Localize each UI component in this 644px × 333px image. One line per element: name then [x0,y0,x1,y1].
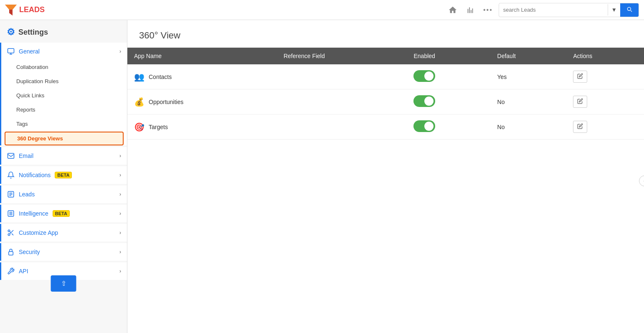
contacts-app-name-content: 👥 Contacts [134,72,270,82]
customize-app-chevron-icon: › [119,230,121,236]
security-label: Security [19,249,40,255]
general-chevron-icon: › [119,48,121,54]
table-row: 💰 Opportunities No [127,89,644,114]
contacts-default-cell: Yes [491,64,567,89]
opportunities-icon: 💰 [134,97,145,107]
targets-app-name-cell: 🎯 Targets [127,114,277,140]
search-container: ▼ [499,3,639,17]
edit-icon [577,73,583,79]
opportunities-reference-field [277,89,407,114]
search-input[interactable] [499,4,608,15]
main-content: 360° View App Name Reference Field Enabl… [127,20,644,333]
targets-toggle[interactable] [413,120,435,132]
svg-rect-3 [8,48,14,53]
api-section-left: API [7,267,28,275]
security-section-left: Security [7,248,40,256]
intelligence-label: Intelligence [19,210,48,217]
sidebar-item-tags[interactable]: Tags [1,117,127,131]
general-section-left: General [7,48,40,55]
api-label: API [19,268,28,275]
sidebar-section-email: Email › [0,147,127,165]
home-icon [448,5,457,15]
svg-point-8 [8,234,10,236]
search-go-button[interactable] [620,3,639,17]
home-button[interactable] [446,3,460,17]
notifications-label: Notifications [19,172,51,178]
svg-rect-4 [8,153,14,158]
email-section-header[interactable]: Email › [1,147,127,165]
security-section-header[interactable]: Security › [1,243,127,261]
opportunities-enabled-cell [407,89,490,114]
settings-title: Settings [18,28,48,37]
intelligence-section-left: Intelligence BETA [7,210,70,217]
app-logo: LEADS [5,5,45,15]
opportunities-default-cell: No [491,89,567,114]
settings-header: ⚙ Settings [0,20,127,43]
sidebar-item-collaboration[interactable]: Collaboration [1,60,127,74]
targets-actions-cell [566,114,644,140]
svg-marker-1 [5,5,17,10]
contacts-icon: 👥 [134,72,145,82]
email-chevron-icon: › [119,153,121,159]
opportunities-toggle[interactable] [413,95,435,107]
leads-label: Leads [19,191,35,198]
search-dropdown-button[interactable]: ▼ [608,4,620,15]
col-enabled: Enabled [407,48,490,64]
chart-button[interactable] [463,3,477,17]
email-section-left: Email [7,152,33,160]
more-dots-icon: ••• [483,6,493,14]
notifications-beta-badge: BETA [55,172,72,178]
targets-reference-field [277,114,407,140]
lock-icon [7,248,15,256]
sidebar-item-360-degree-views[interactable]: 360 Degree Views [5,132,124,145]
sidebar-item-quick-links[interactable]: Quick Links [1,89,127,102]
table-header-row: App Name Reference Field Enabled Default… [127,48,644,64]
intelligence-section-header[interactable]: Intelligence BETA › [1,205,127,222]
top-navigation: LEADS ••• ▼ [0,0,644,20]
general-section-header[interactable]: General › [1,43,127,60]
search-icon [626,6,633,13]
svg-marker-2 [9,10,13,15]
email-label: Email [19,153,33,159]
scroll-to-top-area: ⇧ [0,281,127,296]
scissors-icon [7,229,15,236]
customize-app-section-header[interactable]: Customize App › [1,224,127,241]
targets-icon: 🎯 [134,122,145,132]
table-row: 🎯 Targets No [127,114,644,140]
notifications-section-left: Notifications BETA [7,171,72,179]
col-actions: Actions [566,48,644,64]
intelligence-icon [7,210,15,217]
contacts-toggle-slider [413,70,435,82]
col-default: Default [491,48,567,64]
sidebar-item-reports[interactable]: Reports [1,103,127,117]
opportunities-label: Opportunities [149,99,183,105]
customize-app-section-left: Customize App [7,229,58,236]
opportunities-edit-button[interactable] [573,96,587,108]
security-chevron-icon: › [119,249,121,255]
wrench-icon [7,267,15,275]
contacts-actions-cell [566,64,644,89]
opportunities-app-name-cell: 💰 Opportunities [127,89,277,114]
opportunities-actions-cell [566,89,644,114]
col-app-name: App Name [127,48,277,64]
notifications-section-header[interactable]: Notifications BETA › [1,166,127,184]
edit-icon [577,123,583,129]
targets-label: Targets [149,124,168,130]
api-chevron-icon: › [119,268,121,274]
contacts-label: Contacts [149,74,172,80]
leads-section-header[interactable]: Leads › [1,186,127,203]
table-row: 👥 Contacts Yes [127,64,644,89]
contacts-reference-field [277,64,407,89]
contacts-app-name-cell: 👥 Contacts [127,64,277,89]
targets-edit-button[interactable] [573,121,587,133]
general-label: General [19,48,40,55]
contacts-toggle[interactable] [413,70,435,82]
targets-toggle-slider [413,120,435,132]
intelligence-chevron-icon: › [119,211,121,216]
targets-app-name-content: 🎯 Targets [134,122,270,132]
scroll-to-top-button[interactable]: ⇧ [51,275,76,292]
sidebar-item-duplication-rules[interactable]: Duplication Rules [1,74,127,88]
svg-rect-9 [9,252,13,255]
more-button[interactable]: ••• [481,4,495,16]
contacts-edit-button[interactable] [573,71,587,83]
